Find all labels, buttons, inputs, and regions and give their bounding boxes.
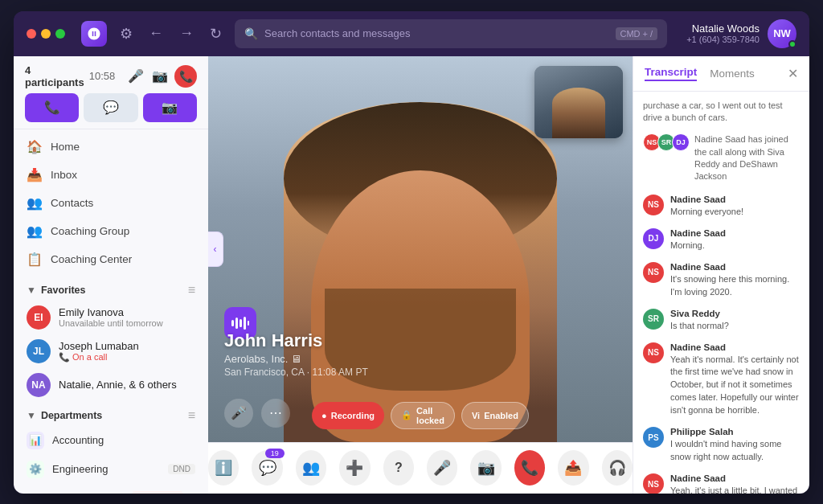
screen-share-button[interactable]: 📤 (558, 450, 588, 486)
participants-count: 4 participants (25, 64, 84, 88)
transcript-entry-5: NS Nadine Saad Yeah it's normal. It's ce… (643, 342, 800, 418)
info-button[interactable]: ℹ️ (208, 450, 239, 486)
nav-refresh-button[interactable]: ↻ (207, 22, 225, 46)
self-video (534, 66, 623, 138)
end-call-main-button[interactable]: 📞 (514, 450, 545, 486)
sidebar-item-coaching-center[interactable]: 📋 Coaching Center (14, 245, 208, 273)
favorites-section-header[interactable]: ▼ Favorites ≡ (14, 277, 208, 301)
user-text: Natalie Woods +1 (604) 359-7840 (686, 23, 760, 44)
emily-info: Emily Ivanova Unavailable until tomorrow (59, 306, 195, 328)
transcript-entry-2: DJ Nadine Saad Morning. (643, 228, 800, 252)
joseph-avatar: JL (27, 339, 51, 363)
search-bar[interactable]: 🔍 Search contacts and messages CMD + / (235, 19, 667, 48)
entry-6-avatar: PS (643, 427, 664, 448)
entry-2-content: Nadine Saad Morning. (670, 228, 800, 252)
call-timer: 10:58 (89, 70, 121, 82)
tab-moments[interactable]: Moments (710, 68, 755, 80)
caller-name: John Harris (224, 330, 368, 351)
entry-1-avatar: NS (643, 195, 664, 215)
chat-button[interactable]: 💬 (252, 450, 282, 486)
entry-1-content: Nadine Saad Morning everyone! (670, 195, 800, 219)
nav-forward-button[interactable]: → (176, 22, 197, 45)
caller-company: Aerolabs, Inc. 🖥 (224, 353, 368, 365)
caller-info: John Harris Aerolabs, Inc. 🖥 San Francis… (224, 330, 368, 378)
call-centers-menu-icon[interactable]: ≡ (188, 490, 195, 494)
engineering-icon: ⚙️ (27, 461, 44, 478)
in-call-mic-button[interactable]: 🎤 (224, 399, 253, 428)
close-transcript-button[interactable]: ✕ (788, 66, 798, 81)
bottom-controls: ℹ️ 💬 👥 ➕ ? 🎤 📷 📞 📤 🎧 (208, 442, 633, 494)
sidebar-item-home[interactable]: 🏠 Home (14, 133, 208, 161)
svg-rect-3 (244, 317, 246, 330)
sidebar-item-label: Coaching Center (51, 253, 132, 265)
nav-back-button[interactable]: ← (145, 22, 166, 45)
accounting-label: Accounting (52, 434, 104, 446)
sidebar-item-label: Home (51, 141, 80, 153)
dept-item-accounting[interactable]: 📊 Accounting (14, 426, 208, 455)
headset-button[interactable]: 🎧 (602, 450, 633, 486)
video-button[interactable]: 📷 (470, 450, 501, 486)
participants-button[interactable]: 👥 (296, 450, 326, 486)
emily-avatar: EI (27, 305, 51, 330)
favorite-item-natalie[interactable]: NA Natalie, Annie, & 6 others (14, 368, 208, 402)
minimize-button[interactable] (41, 29, 51, 39)
entry-2-avatar: DJ (643, 228, 664, 249)
close-button[interactable] (27, 29, 36, 39)
settings-icon[interactable]: ⚙ (117, 22, 136, 46)
video-toggle-button[interactable]: 📷 (150, 67, 170, 85)
help-button[interactable]: ? (383, 450, 414, 486)
departments-section-header[interactable]: ▼ Departments ≡ (14, 402, 208, 426)
sidebar-item-contacts[interactable]: 👥 Contacts (14, 189, 208, 217)
in-call-controls: 🎤 ⋯ (224, 399, 290, 428)
off-duty-badge: OFF DUTY (132, 491, 183, 494)
system-message: NS SR DJ Nadine Saad has joined the call… (643, 133, 800, 183)
entry-4-speaker: Siva Reddy (670, 309, 800, 318)
favorite-item-emily[interactable]: EI Emily Ivanova Unavailable until tomor… (14, 301, 208, 334)
sidebar-item-label: Coaching Group (51, 225, 129, 237)
entry-5-content: Nadine Saad Yeah it's normal. It's certa… (670, 342, 800, 418)
end-call-button[interactable]: 📞 (174, 65, 197, 88)
mic-button[interactable]: 🎤 (427, 450, 457, 486)
emily-status: Unavailable until tomorrow (59, 318, 195, 328)
chevron-down-icon: ▼ (27, 410, 36, 421)
message-action-button[interactable]: 💬 (84, 93, 137, 122)
self-person (552, 88, 605, 138)
transcript-entry-1: NS Nadine Saad Morning everyone! (643, 195, 800, 219)
phone-action-button[interactable]: 📞 (25, 93, 79, 122)
favorite-item-joseph[interactable]: JL Joseph Lumaban 📞 On a call (14, 334, 208, 368)
entry-2-text: Morning. (670, 240, 800, 252)
sidebar-item-inbox[interactable]: 📥 Inbox (14, 161, 208, 189)
in-call-more-button[interactable]: ⋯ (261, 399, 290, 428)
sidebar-item-label: Contacts (51, 197, 93, 209)
entry-2-speaker: Nadine Saad (670, 228, 800, 238)
entry-3-text: It's snowing here this morning. I'm lovi… (670, 273, 800, 299)
maximize-button[interactable] (55, 29, 65, 39)
transcript-panel: Transcript Moments ✕ purchase a car, so … (633, 56, 809, 494)
accounting-icon: 📊 (27, 432, 44, 449)
avatar[interactable]: NW (768, 19, 796, 48)
departments-section-title: Departments (41, 410, 188, 421)
add-participant-button[interactable]: ➕ (339, 450, 370, 486)
dept-item-engineering[interactable]: ⚙️ Engineering DND (14, 455, 208, 484)
recording-dot: ● (321, 411, 327, 420)
entry-6-speaker: Philippe Salah (670, 427, 800, 436)
entry-4-content: Siva Reddy Is that normal? (670, 309, 800, 333)
search-placeholder: Search contacts and messages (264, 27, 410, 39)
entry-4-avatar: SR (643, 309, 664, 330)
inbox-icon: 📥 (27, 167, 43, 182)
search-shortcut: CMD + / (616, 27, 658, 40)
sidebar-item-coaching-group[interactable]: 👥 Coaching Group (14, 217, 208, 245)
call-centers-section-header[interactable]: ▼ Call Centers OFF DUTY ≡ (14, 484, 208, 494)
favorites-menu-icon[interactable]: ≡ (188, 283, 195, 297)
transcript-body: purchase a car, so I went out to test dr… (633, 92, 809, 494)
entry-7-avatar: NS (643, 473, 664, 493)
svg-rect-1 (235, 318, 238, 329)
mute-button[interactable]: 🎤 (126, 67, 145, 85)
departments-menu-icon[interactable]: ≡ (188, 408, 195, 423)
self-video-bg (534, 66, 623, 138)
user-phone: +1 (604) 359-7840 (686, 35, 760, 44)
tab-transcript[interactable]: Transcript (645, 66, 697, 81)
sidebar-collapse-button[interactable]: ‹ (208, 232, 223, 267)
entry-5-avatar: NS (643, 342, 664, 363)
video-action-button[interactable]: 📷 (143, 93, 197, 122)
